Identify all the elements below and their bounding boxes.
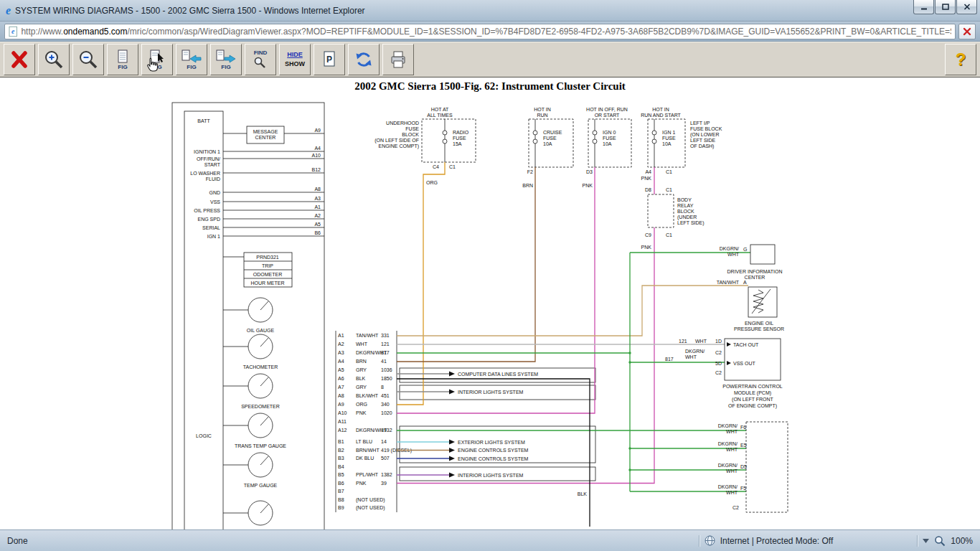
statusbar: Done Internet | Protected Mode: Off 100%: [0, 529, 980, 551]
svg-text:WHT: WHT: [726, 468, 738, 474]
refresh-icon: [352, 48, 375, 71]
svg-text:INTERIOR LIGHTS SYSTEM: INTERIOR LIGHTS SYSTEM: [458, 390, 524, 395]
hide-show-button[interactable]: HIDE SHOW: [279, 44, 311, 75]
print-preview-button[interactable]: P: [314, 44, 345, 75]
svg-text:WHT: WHT: [726, 490, 738, 495]
component-name: LEFT I/PFUSE BLOCK(ON LOWERLEFT SIDEOF D…: [690, 121, 722, 149]
svg-text:ENGINE CONTROLS SYSTEM: ENGINE CONTROLS SYSTEM: [458, 456, 529, 461]
feed-heading: HOT INRUN: [534, 107, 551, 118]
prev-figure-button[interactable]: FIG: [176, 44, 207, 75]
driver-information-center: DKGRN/WHT G DRIVER INFORMATIONCENTER: [630, 245, 782, 280]
svg-text:ORG: ORG: [356, 402, 367, 407]
figure-list-button[interactable]: FIG: [107, 44, 138, 75]
maximize-button[interactable]: [935, 0, 956, 14]
svg-text:BRN/WHT: BRN/WHT: [356, 448, 380, 453]
globe-icon: [705, 535, 715, 546]
next-figure-label: FIG: [221, 65, 230, 70]
wire-label: WHT: [695, 339, 707, 344]
svg-text:DKGRN/: DKGRN/: [718, 463, 738, 468]
print-preview-icon: P: [321, 50, 338, 69]
label: TACH OUT: [733, 342, 759, 347]
label: PRND321: [256, 255, 279, 260]
svg-text:F6: F6: [740, 425, 746, 430]
svg-text:A12: A12: [338, 428, 347, 433]
zoom-in-button[interactable]: [38, 44, 70, 75]
svg-text:41: 41: [381, 359, 387, 364]
svg-text:331: 331: [381, 333, 390, 338]
zoom-icon[interactable]: [934, 535, 946, 547]
fuse-label: CRUISEFUSE10A: [543, 130, 562, 146]
url-domain: ondemand5.com: [63, 27, 127, 37]
print-button[interactable]: [382, 44, 414, 75]
find-button[interactable]: FIND: [245, 44, 276, 75]
pin-label: 5D: [715, 361, 722, 366]
feed-heading: HOT IN OFF, RUNOR START: [586, 107, 628, 118]
svg-text:B3: B3: [338, 456, 344, 461]
figure-select-button[interactable]: FIG: [141, 44, 173, 75]
system-group-boxes: [400, 368, 595, 481]
svg-text:OIL GAUGE: OIL GAUGE: [247, 328, 275, 333]
svg-text:OIL PRESS: OIL PRESS: [194, 208, 220, 213]
svg-text:A10: A10: [338, 410, 347, 415]
fuse-label: IGN 0FUSE10A: [603, 130, 616, 146]
svg-text:A8: A8: [338, 393, 344, 398]
zoom-menu-caret-icon[interactable]: [923, 539, 929, 543]
svg-text:GRY: GRY: [356, 385, 367, 390]
feed-heading: HOT INRUN AND START: [641, 107, 681, 118]
svg-text:A6: A6: [338, 376, 344, 381]
next-figure-button[interactable]: FIG: [210, 44, 242, 75]
print-preview-letter: P: [326, 55, 332, 65]
figure-list-icon: [112, 50, 133, 64]
svg-text:TACHOMETER: TACHOMETER: [243, 364, 278, 369]
address-input[interactable]: e http://www.ondemand5.com/mric/common/a…: [4, 24, 956, 39]
pin-label: C1: [449, 164, 456, 169]
svg-text:DK BLU: DK BLU: [356, 456, 374, 461]
addressbar: e http://www.ondemand5.com/mric/common/a…: [0, 22, 980, 42]
svg-text:A4: A4: [338, 359, 344, 364]
minimize-button[interactable]: [913, 0, 934, 14]
svg-text:PNK: PNK: [356, 481, 367, 486]
svg-text:GRY: GRY: [356, 367, 367, 372]
label: ODOMETER: [253, 272, 282, 277]
ie-logo-icon: e: [6, 5, 11, 17]
close-viewer-button[interactable]: [4, 44, 35, 75]
zoom-out-button[interactable]: [72, 44, 104, 75]
refresh-button[interactable]: [348, 44, 380, 75]
titlebar: e SYSTEM WIRING DIAGRAMS - 1500 - 2002 G…: [0, 0, 980, 22]
svg-text:8: 8: [381, 385, 384, 390]
svg-text:B5: B5: [338, 472, 344, 477]
svg-text:BRN: BRN: [356, 359, 367, 364]
url-prefix: http://www.: [21, 27, 63, 37]
stop-button[interactable]: [958, 24, 976, 39]
svg-text:A9: A9: [314, 128, 321, 133]
wire-label: TAN/WHT: [717, 280, 740, 285]
printer-icon: [387, 48, 410, 71]
pin-label: C1: [666, 232, 672, 237]
svg-text:DKGRN/: DKGRN/: [718, 423, 738, 428]
next-figure-icon: [215, 50, 237, 64]
svg-text:A7: A7: [338, 385, 344, 390]
svg-text:FLUID: FLUID: [206, 176, 220, 182]
help-button[interactable]: ?: [945, 44, 976, 75]
wiring-diagram: 2002 GMC Sierra 1500-Fig. 62: Instrument…: [0, 77, 980, 529]
statusbar-right: Internet | Protected Mode: Off 100%: [699, 535, 973, 547]
svg-text:(NOT USED): (NOT USED): [356, 497, 385, 503]
zoom-level[interactable]: 100%: [951, 536, 973, 546]
svg-text:LO WASHER: LO WASHER: [190, 171, 220, 176]
svg-text:ENGINE CONTROLS SYSTEM: ENGINE CONTROLS SYSTEM: [458, 448, 529, 453]
status-text: Done: [7, 536, 28, 546]
svg-text:WHT: WHT: [726, 447, 738, 452]
pin-label: C1: [666, 169, 672, 174]
label: HOUR METER: [250, 281, 284, 286]
svg-text:B6: B6: [338, 481, 344, 486]
arrow-icon: [727, 342, 731, 347]
svg-text:340: 340: [381, 402, 390, 407]
close-button[interactable]: [956, 0, 977, 14]
fuse-label: IGN 1FUSE10A: [662, 130, 676, 146]
minimize-icon: [920, 4, 928, 10]
url-path: /mric/common/asp/WiredDiagramViewer.aspx…: [128, 27, 951, 37]
show-label: SHOW: [285, 60, 305, 68]
svg-text:COMPUTER DATA LINES SYSTEM: COMPUTER DATA LINES SYSTEM: [458, 372, 538, 377]
prev-figure-label: FIG: [187, 65, 196, 70]
svg-text:A5: A5: [314, 222, 321, 227]
